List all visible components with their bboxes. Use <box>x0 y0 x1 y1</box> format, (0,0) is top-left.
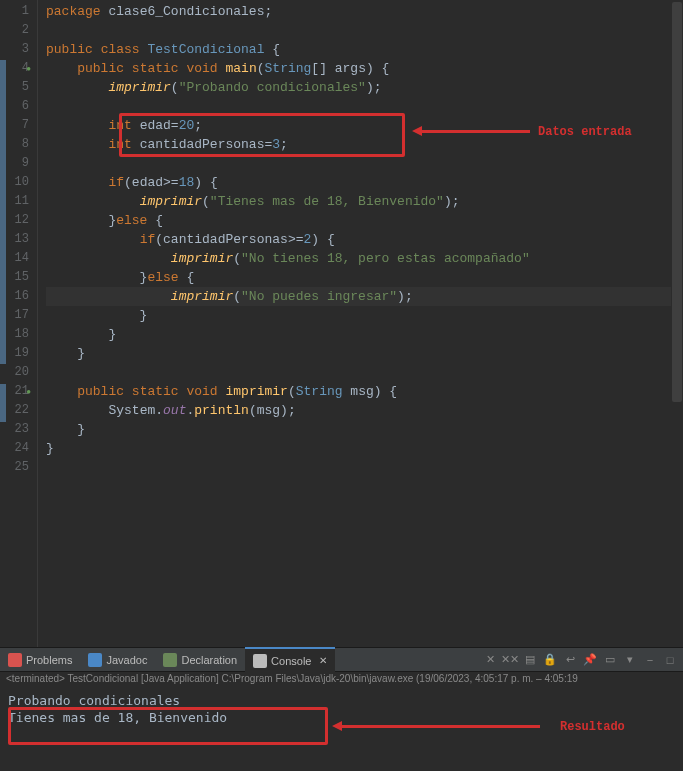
annotation-arrow <box>420 130 530 133</box>
code-line[interactable]: public static void imprimir(String msg) … <box>46 382 683 401</box>
open-console-icon[interactable]: ▾ <box>621 651 639 669</box>
line-number: 25 <box>0 458 29 477</box>
console-status-line: <terminated> TestCondicional [Java Appli… <box>0 672 683 688</box>
scroll-lock-icon[interactable]: 🔒 <box>541 651 559 669</box>
code-line[interactable]: System.out.println(msg); <box>46 401 683 420</box>
line-number: 21 <box>0 382 29 401</box>
declaration-icon <box>163 653 177 667</box>
code-line[interactable] <box>46 458 683 477</box>
change-marker <box>0 60 6 193</box>
close-tab-icon[interactable]: ✕ <box>319 655 327 666</box>
display-selected-icon[interactable]: ▭ <box>601 651 619 669</box>
annotation-arrow <box>340 725 540 728</box>
remove-launch-icon[interactable]: ✕ <box>481 651 499 669</box>
code-line[interactable]: imprimir("Probando condicionales"); <box>46 78 683 97</box>
tab-label: Declaration <box>181 654 237 666</box>
code-editor[interactable]: 1234567891011121314151617181920212223242… <box>0 0 683 647</box>
pin-console-icon[interactable]: 📌 <box>581 651 599 669</box>
code-line[interactable]: imprimir("No tienes 18, pero estas acomp… <box>46 249 683 268</box>
code-line[interactable]: }else { <box>46 268 683 287</box>
minimize-icon[interactable]: − <box>641 651 659 669</box>
line-number: 20 <box>0 363 29 382</box>
line-number: 3 <box>0 40 29 59</box>
tab-declaration[interactable]: Declaration <box>155 647 245 672</box>
line-number: 23 <box>0 420 29 439</box>
annotation-box-output <box>8 707 328 745</box>
code-line[interactable]: } <box>46 420 683 439</box>
annotation-label-input: Datos entrada <box>538 125 632 139</box>
tab-problems[interactable]: Problems <box>0 647 80 672</box>
code-line[interactable]: if(cantidadPersonas>=2) { <box>46 230 683 249</box>
code-line[interactable]: imprimir("Tienes mas de 18, Bienvenido")… <box>46 192 683 211</box>
line-number: 1 <box>0 2 29 21</box>
code-line[interactable]: } <box>46 325 683 344</box>
code-line[interactable]: package clase6_Condicionales; <box>46 2 683 21</box>
line-number: 4 <box>0 59 29 78</box>
tab-console[interactable]: Console✕ <box>245 647 335 672</box>
code-line[interactable] <box>46 21 683 40</box>
code-line[interactable]: imprimir("No puedes ingresar"); <box>46 287 683 306</box>
change-marker <box>0 193 6 364</box>
clear-console-icon[interactable]: ▤ <box>521 651 539 669</box>
code-line[interactable]: } <box>46 344 683 363</box>
code-line[interactable]: public class TestCondicional { <box>46 40 683 59</box>
problems-icon <box>8 653 22 667</box>
annotation-label-output: Resultado <box>560 720 625 734</box>
code-content[interactable]: package clase6_Condicionales;public clas… <box>38 0 683 647</box>
view-tabs: ProblemsJavadocDeclarationConsole✕ ✕ ✕✕ … <box>0 647 683 672</box>
scrollbar-thumb[interactable] <box>672 2 682 402</box>
line-number: 2 <box>0 21 29 40</box>
tab-javadoc[interactable]: Javadoc <box>80 647 155 672</box>
word-wrap-icon[interactable]: ↩ <box>561 651 579 669</box>
code-line[interactable]: }else { <box>46 211 683 230</box>
javadoc-icon <box>88 653 102 667</box>
code-line[interactable]: public static void main(String[] args) { <box>46 59 683 78</box>
maximize-icon[interactable]: □ <box>661 651 679 669</box>
tab-label: Javadoc <box>106 654 147 666</box>
vertical-scrollbar[interactable] <box>671 0 683 647</box>
annotation-box-input <box>119 113 405 157</box>
console-toolbar: ✕ ✕✕ ▤ 🔒 ↩ 📌 ▭ ▾ − □ <box>481 651 683 669</box>
code-line[interactable]: } <box>46 439 683 458</box>
code-line[interactable] <box>46 363 683 382</box>
code-line[interactable]: } <box>46 306 683 325</box>
tab-label: Problems <box>26 654 72 666</box>
console-icon <box>253 654 267 668</box>
tab-label: Console <box>271 655 311 667</box>
code-line[interactable]: if(edad>=18) { <box>46 173 683 192</box>
remove-all-icon[interactable]: ✕✕ <box>501 651 519 669</box>
line-number: 24 <box>0 439 29 458</box>
